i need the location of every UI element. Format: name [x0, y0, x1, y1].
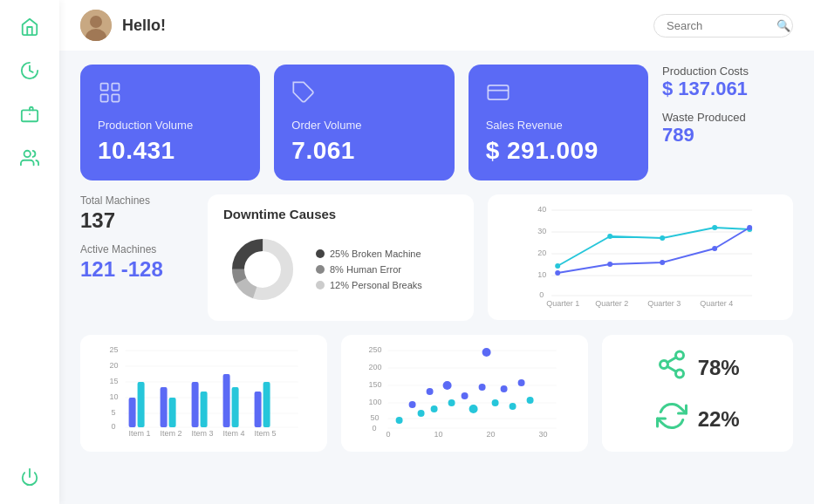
svg-point-83 [409, 401, 416, 408]
line-chart-card: 40 30 20 10 0 [488, 194, 793, 320]
scatter-chart-card: 250 200 150 100 50 0 [341, 335, 588, 452]
svg-text:100: 100 [369, 398, 382, 406]
svg-text:Item 5: Item 5 [255, 429, 277, 438]
legend-label-broken: 25% Broken Machine [330, 249, 421, 259]
kpi-share: 78% [656, 349, 740, 386]
sidebar-item-users[interactable] [20, 148, 39, 167]
svg-point-37 [660, 260, 665, 265]
sales-revenue-value: $ 291.009 [486, 137, 631, 165]
svg-point-84 [427, 388, 434, 395]
svg-text:Quarter 2: Quarter 2 [595, 299, 628, 308]
waste-produced-group: Waste Produced 789 [662, 111, 793, 152]
production-costs-value: $ 137.061 [662, 78, 793, 100]
svg-rect-60 [192, 382, 199, 427]
kpi-refresh: 22% [656, 400, 740, 438]
kpi-share-value: 78% [698, 356, 740, 380]
search-box[interactable]: 🔍 [653, 14, 793, 37]
svg-text:Item 2: Item 2 [161, 429, 182, 438]
header-left: Hello! [80, 10, 166, 41]
svg-rect-7 [101, 84, 108, 91]
svg-text:10: 10 [110, 392, 119, 401]
machine-stats: Total Machines 137 Active Machines 121 -… [80, 194, 194, 292]
sidebar-item-gauge[interactable] [20, 61, 39, 80]
svg-point-98 [527, 397, 534, 404]
sidebar-item-power[interactable] [20, 467, 39, 487]
svg-text:Item 1: Item 1 [129, 429, 151, 438]
svg-rect-10 [112, 94, 119, 101]
svg-point-91 [396, 417, 403, 424]
sales-revenue-label: Sales Revenue [486, 119, 631, 132]
svg-rect-62 [223, 374, 230, 427]
svg-text:150: 150 [369, 380, 382, 389]
svg-rect-58 [161, 387, 168, 427]
downtime-title: Downtime Causes [223, 207, 458, 221]
greeting-text: Hello! [122, 17, 166, 35]
production-icon [98, 80, 243, 110]
svg-point-89 [518, 379, 525, 386]
legend-item-broken: 25% Broken Machine [316, 249, 422, 259]
svg-text:0: 0 [112, 422, 116, 431]
kpi-card: 78% 22% [602, 335, 793, 452]
svg-rect-9 [101, 94, 108, 101]
side-metrics: Production Costs $ 137.061 Waste Produce… [662, 65, 793, 152]
mid-row: Total Machines 137 Active Machines 121 -… [80, 194, 793, 321]
order-volume-value: 7.061 [291, 137, 436, 165]
sidebar-item-home[interactable] [20, 17, 39, 37]
svg-point-5 [90, 16, 102, 28]
svg-text:30: 30 [537, 227, 546, 235]
svg-point-90 [482, 348, 491, 357]
svg-text:0: 0 [373, 424, 377, 432]
total-machines-value: 137 [80, 208, 194, 233]
donut-chart [223, 230, 302, 309]
production-volume-value: 10.431 [98, 137, 243, 165]
refresh-icon [656, 400, 687, 438]
svg-point-38 [712, 246, 717, 251]
production-volume-card: Production Volume 10.431 [80, 65, 260, 180]
svg-text:Quarter 4: Quarter 4 [700, 299, 733, 308]
svg-point-19 [245, 252, 280, 287]
svg-text:20: 20 [110, 361, 119, 370]
sidebar [0, 0, 59, 504]
svg-point-85 [443, 381, 452, 390]
total-machines-group: Total Machines 137 [80, 194, 194, 233]
top-metrics-row: Production Volume 10.431 Order Volume 7.… [80, 65, 793, 180]
svg-text:0: 0 [386, 430, 391, 439]
main-content: Hello! 🔍 Production Volume 10.431 [59, 0, 814, 504]
legend-item-personal: 12% Personal Breaks [316, 280, 422, 290]
svg-text:20: 20 [537, 249, 546, 257]
sales-revenue-card: Sales Revenue $ 291.009 [469, 65, 648, 180]
svg-text:10: 10 [434, 430, 443, 439]
svg-point-2 [24, 151, 31, 157]
svg-point-36 [607, 262, 612, 267]
total-machines-label: Total Machines [80, 194, 194, 207]
waste-produced-label: Waste Produced [662, 111, 793, 124]
svg-point-95 [469, 405, 478, 413]
order-volume-label: Order Volume [291, 119, 436, 132]
search-input[interactable] [667, 19, 771, 32]
production-costs-label: Production Costs [662, 65, 793, 78]
scatter-chart: 250 200 150 100 50 0 [353, 344, 576, 439]
svg-text:Item 3: Item 3 [192, 429, 214, 438]
bar-chart: 25 20 15 10 5 0 [92, 344, 315, 439]
svg-text:5: 5 [112, 408, 116, 417]
downtime-card: Downtime Causes [208, 194, 474, 321]
sidebar-item-briefcase[interactable] [20, 105, 39, 124]
svg-point-30 [555, 263, 560, 269]
svg-text:200: 200 [369, 363, 382, 371]
svg-text:30: 30 [539, 430, 548, 439]
svg-text:Quarter 1: Quarter 1 [546, 299, 579, 308]
svg-point-93 [431, 405, 438, 412]
svg-text:10: 10 [537, 270, 546, 279]
svg-rect-61 [201, 392, 208, 427]
bottom-row: 25 20 15 10 5 0 [80, 335, 793, 452]
donut-legend: 25% Broken Machine 8% Human Error 12% Pe… [316, 249, 422, 290]
svg-text:15: 15 [110, 377, 119, 385]
svg-text:Item 4: Item 4 [223, 429, 245, 438]
svg-line-107 [667, 358, 676, 363]
svg-point-39 [747, 225, 752, 230]
active-machines-label: Active Machines [80, 243, 194, 255]
svg-point-35 [555, 270, 560, 276]
svg-rect-59 [169, 398, 176, 427]
order-volume-card: Order Volume 7.061 [274, 65, 454, 180]
legend-dot-human [316, 265, 325, 274]
